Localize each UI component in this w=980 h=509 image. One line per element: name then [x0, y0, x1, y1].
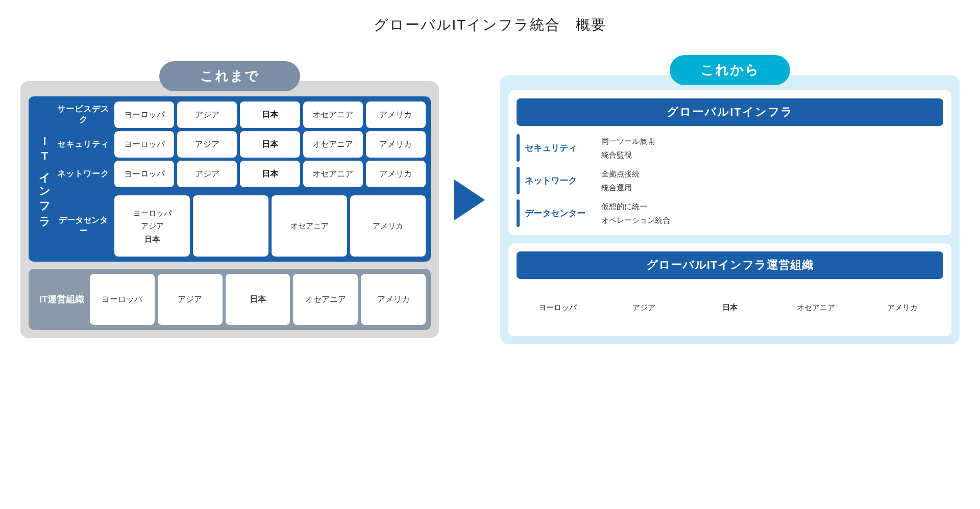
right-outer: グローバルITインフラ セキュリティ 同一ツール展開統合監視 ネットワーク 全拠…: [500, 75, 960, 344]
right-org-cell-1: アジア: [603, 287, 685, 328]
left-header-pill: これまで: [159, 61, 300, 91]
sec-cell-4: アメリカ: [366, 131, 426, 158]
dc-cell-0: ヨーロッパアジア日本: [114, 195, 190, 257]
arrow-right-icon: [454, 180, 485, 220]
infra-content: サービスデスク ヨーロッパ アジア 日本 オセアニア アメリカ セキュリティ: [55, 101, 426, 257]
right-security-bar: [517, 134, 520, 162]
right-org-cell-0: ヨーロッパ: [517, 287, 599, 328]
net-cell-0: ヨーロッパ: [114, 161, 174, 187]
right-infra-header: グローバルITインフラ: [517, 98, 943, 126]
right-infra-box: グローバルITインフラ セキュリティ 同一ツール展開統合監視 ネットワーク 全拠…: [508, 90, 951, 235]
network-label: ネットワーク: [55, 161, 111, 187]
top-rows: サービスデスク ヨーロッパ アジア 日本 オセアニア アメリカ セキュリティ: [55, 101, 426, 187]
net-cell-4: アメリカ: [366, 161, 426, 187]
right-network-label: ネットワーク: [525, 167, 596, 194]
datacenter-cells: ヨーロッパアジア日本 オセアニア アメリカ: [114, 195, 426, 257]
sd-cell-3: オセアニア: [303, 101, 363, 128]
right-org-box: グローバルITインフラ運営組織 ヨーロッパ アジア 日本 オセアニア アメリカ: [508, 243, 951, 336]
dc-cell-1: [193, 195, 268, 257]
right-network-desc: 全拠点接続統合運用: [601, 167, 640, 194]
right-network-bar: [517, 167, 520, 194]
org-cell-2: 日本: [226, 274, 290, 325]
infra-section: ITインフラ サービスデスク ヨーロッパ アジア 日本 オセア: [29, 96, 431, 262]
right-org-cells: ヨーロッパ アジア 日本 オセアニア アメリカ: [517, 287, 943, 328]
security-row: セキュリティ ヨーロッパ アジア 日本 オセアニア アメリカ: [55, 131, 426, 158]
right-section: これから グローバルITインフラ セキュリティ 同一ツール展開統合監視 ネットワ…: [500, 55, 960, 344]
right-datacenter-row: データセンター 仮想的に統一オペレーション統合: [517, 199, 943, 227]
right-org-cell-4: アメリカ: [861, 287, 943, 328]
right-security-row: セキュリティ 同一ツール展開統合監視: [517, 134, 943, 162]
right-org-cell-2: 日本: [689, 287, 771, 328]
main-layout: これまで ITインフラ サービスデスク ヨーロッ: [20, 55, 960, 344]
infra-vertical-label: ITインフラ: [34, 101, 55, 257]
sd-cell-0: ヨーロッパ: [114, 101, 174, 128]
page-title: グローバルITインフラ統合 概要: [374, 15, 607, 35]
right-security-label: セキュリティ: [525, 134, 596, 162]
dc-cell-3: アメリカ: [350, 195, 426, 257]
arrow-section: [454, 180, 485, 220]
net-cell-2: 日本: [240, 161, 300, 187]
right-security-desc: 同一ツール展開統合監視: [601, 134, 655, 162]
right-datacenter-label: データセンター: [525, 199, 596, 227]
security-label: セキュリティ: [55, 131, 111, 158]
net-cell-3: オセアニア: [303, 161, 363, 187]
datacenter-row: データセンター ヨーロッパアジア日本 オセアニア アメリカ: [55, 195, 426, 257]
sd-cell-1: アジア: [177, 101, 237, 128]
sec-cell-1: アジア: [177, 131, 237, 158]
org-label: IT運営組織: [34, 274, 90, 325]
service-desk-row: サービスデスク ヨーロッパ アジア 日本 オセアニア アメリカ: [55, 101, 426, 128]
dc-cell-2: オセアニア: [272, 195, 347, 257]
sec-cell-0: ヨーロッパ: [114, 131, 174, 158]
right-network-row: ネットワーク 全拠点接続統合運用: [517, 167, 943, 194]
left-section: これまで ITインフラ サービスデスク ヨーロッ: [20, 61, 439, 338]
left-container: ITインフラ サービスデスク ヨーロッパ アジア 日本 オセア: [20, 81, 439, 338]
net-cell-1: アジア: [177, 161, 237, 187]
right-header-pill: これから: [670, 55, 790, 85]
right-org-header: グローバルITインフラ運営組織: [517, 251, 943, 279]
service-desk-label: サービスデスク: [55, 101, 111, 128]
org-cell-0: ヨーロッパ: [90, 274, 155, 325]
org-cell-1: アジア: [158, 274, 223, 325]
sd-cell-2: 日本: [240, 101, 300, 128]
sec-cell-3: オセアニア: [303, 131, 363, 158]
right-datacenter-desc: 仮想的に統一オペレーション統合: [601, 199, 670, 227]
datacenter-label: データセンター: [55, 195, 111, 257]
sd-cell-4: アメリカ: [366, 101, 426, 128]
sec-cell-2: 日本: [240, 131, 300, 158]
org-cell-4: アメリカ: [361, 274, 426, 325]
network-row: ネットワーク ヨーロッパ アジア 日本 オセアニア アメリカ: [55, 161, 426, 187]
right-datacenter-bar: [517, 199, 520, 227]
org-section: IT運営組織 ヨーロッパ アジア 日本 オセアニア アメリカ: [29, 269, 431, 330]
org-cells: ヨーロッパ アジア 日本 オセアニア アメリカ: [90, 274, 426, 325]
org-cell-3: オセアニア: [293, 274, 358, 325]
right-org-cell-3: オセアニア: [775, 287, 857, 328]
right-infra-rows: セキュリティ 同一ツール展開統合監視 ネットワーク 全拠点接続統合運用 データセ…: [517, 134, 943, 227]
